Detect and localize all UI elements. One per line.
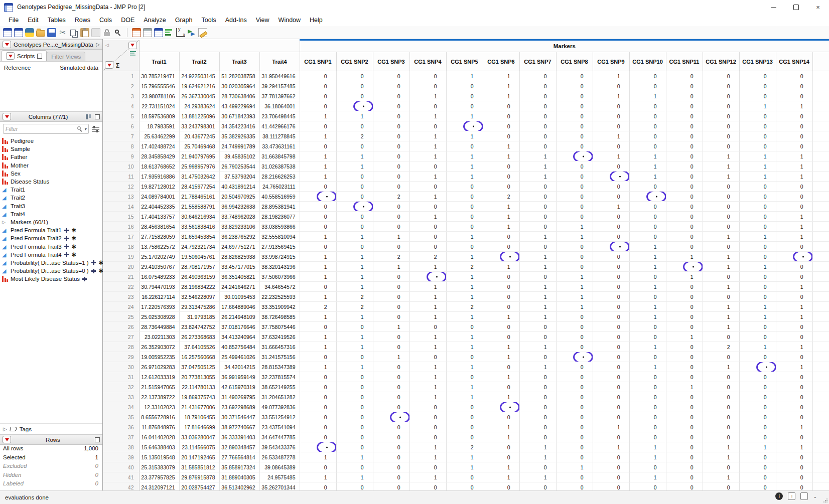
snp-cell[interactable]: 0 [739, 352, 776, 362]
snp-cell[interactable]: 1 [703, 172, 739, 182]
trait-cell[interactable]: 39.294157485 [259, 81, 300, 91]
trait-cell[interactable]: 23.437541094 [259, 422, 300, 432]
trait-cell[interactable]: 25.499461026 [219, 352, 259, 362]
row-number-cell[interactable]: 1 [103, 71, 139, 81]
snp-cell[interactable]: 0 [703, 131, 739, 141]
trait-cell[interactable]: 35.262701344 [259, 482, 300, 491]
snp-cell[interactable]: 0 [519, 372, 556, 382]
trait-cell[interactable]: 26.971029283 [139, 362, 179, 372]
snp-cell[interactable]: 0 [776, 332, 812, 342]
trait-cell[interactable]: 38.972740667 [219, 422, 259, 432]
snp-cell[interactable]: 0 [739, 412, 776, 422]
snp-cell[interactable]: 0 [739, 91, 776, 101]
snp-cell[interactable]: 0 [629, 121, 666, 131]
snp-cell[interactable]: 0 [629, 212, 666, 222]
trait-cell[interactable]: 22.137389722 [139, 392, 179, 402]
snp-cell[interactable]: 0 [300, 101, 336, 111]
snp-cell[interactable]: 2 [373, 252, 409, 262]
snp-cell[interactable]: 1 [336, 272, 373, 282]
snp-cell[interactable]: 0 [373, 81, 409, 91]
snp-cell[interactable]: 0 [666, 472, 703, 482]
snp-cell[interactable]: 0 [556, 322, 593, 332]
trait-cell[interactable]: 25.63462299 [139, 131, 179, 141]
snp-cell[interactable]: 0 [703, 462, 739, 472]
snp-cell[interactable]: 0 [300, 402, 336, 412]
trait-cell[interactable]: 30.794470193 [139, 282, 179, 292]
open-icon[interactable] [36, 30, 45, 37]
trait-cell[interactable]: 32.237815574 [259, 372, 300, 382]
snp-cell[interactable]: 1 [519, 151, 556, 161]
snp-cell[interactable]: 1 [336, 161, 373, 172]
snp-cell[interactable]: 0 [556, 332, 593, 342]
snp-cell[interactable]: 0 [593, 161, 629, 172]
snp-cell[interactable]: 0 [593, 372, 629, 382]
snp-cell[interactable]: 0 [776, 382, 812, 392]
row-number-cell[interactable]: 23 [103, 292, 139, 302]
snp-cell[interactable]: 1 [373, 352, 409, 362]
trait-cell[interactable]: 28.415977254 [179, 182, 219, 192]
snp-cell[interactable]: 0 [373, 362, 409, 372]
snp-cell[interactable]: 1 [519, 442, 556, 452]
trait-cell[interactable]: 23.980781106 [139, 91, 179, 101]
column-item-pred-formula-trait3[interactable]: ◢Pred Formula Trait3∗ [0, 242, 102, 250]
lock-icon[interactable] [102, 28, 111, 37]
trait-cell[interactable]: 24.922503145 [179, 71, 219, 81]
snp-cell[interactable]: 0 [776, 242, 812, 252]
snp-cell[interactable]: 0 [519, 121, 556, 131]
snp-cell[interactable]: 0 [373, 161, 409, 172]
trait-cell[interactable]: 26.273368683 [179, 332, 219, 342]
tab-scripts[interactable]: Scripts [2, 50, 47, 61]
trait-cell[interactable]: 32.546228097 [179, 292, 219, 302]
formula-editor-icon[interactable] [198, 28, 207, 37]
trait-cell[interactable]: 20.773813055 [179, 372, 219, 382]
snp-cell[interactable]: 1 [776, 161, 812, 172]
snp-cell[interactable]: 0 [739, 71, 776, 81]
scripts-menu-icon[interactable] [6, 52, 15, 60]
snp-cell[interactable]: 1 [776, 172, 812, 182]
column-header-cg1-snp9[interactable]: CG1 SNP9 [593, 52, 629, 71]
snp-cell[interactable]: 0 [703, 192, 739, 202]
snp-cell[interactable]: 0 [629, 412, 666, 422]
snp-cell[interactable]: 1 [556, 282, 593, 292]
trait-cell[interactable]: 41.442966176 [259, 121, 300, 131]
snp-cell[interactable]: 1 [629, 282, 666, 292]
snp-cell[interactable]: 0 [776, 482, 812, 491]
snp-cell[interactable]: 1 [300, 272, 336, 282]
trait-cell[interactable]: 17.81646699 [179, 422, 219, 432]
menu-item-analyze[interactable]: Analyze [139, 15, 170, 25]
trait-cell[interactable]: 20.43677245 [179, 131, 219, 141]
trait-cell[interactable]: 29.313475286 [179, 302, 219, 312]
snp-cell[interactable]: 1 [300, 111, 336, 121]
snp-cell[interactable]: 0 [373, 111, 409, 121]
snp-cell[interactable]: 0 [739, 382, 776, 392]
columns-menu-icon[interactable] [128, 42, 137, 49]
snp-cell[interactable]: 0 [300, 462, 336, 472]
snp-cell[interactable]: 1 [409, 131, 446, 141]
row-number-cell[interactable]: 30 [103, 362, 139, 372]
snp-cell[interactable]: 1 [409, 111, 446, 121]
snp-cell[interactable]: 0 [336, 412, 373, 422]
snp-cell[interactable]: 0 [519, 202, 556, 212]
column-header-cg1-snp10[interactable]: CG1 SNP10 [629, 52, 666, 71]
snp-cell[interactable]: 0 [593, 272, 629, 282]
snp-cell[interactable]: 0 [593, 312, 629, 322]
snp-cell[interactable]: 0 [593, 212, 629, 222]
snp-cell[interactable]: 0 [336, 442, 373, 452]
row-number-cell[interactable]: 10 [103, 161, 139, 172]
snp-cell[interactable]: 1 [629, 161, 666, 172]
row-number-cell[interactable]: 12 [103, 182, 139, 192]
trait-cell[interactable]: 37.53793204 [219, 172, 259, 182]
snp-cell[interactable]: 1 [519, 452, 556, 462]
trait-cell[interactable]: 19.005952235 [139, 352, 179, 362]
snp-cell[interactable]: 0 [666, 172, 703, 182]
snp-cell[interactable]: 0 [556, 202, 593, 212]
trait-cell[interactable]: 36.513402962 [219, 482, 259, 491]
snp-cell[interactable]: 1 [446, 151, 483, 161]
snp-cell[interactable]: 0 [556, 101, 593, 111]
snp-cell[interactable]: 0 [483, 101, 519, 111]
snp-cell[interactable]: 1 [519, 282, 556, 292]
snp-cell[interactable]: 0 [666, 151, 703, 161]
tab-filter-views[interactable]: Filter Views [47, 52, 85, 61]
row-number-cell[interactable]: 18 [103, 242, 139, 252]
snp-cell[interactable]: 0 [776, 352, 812, 362]
